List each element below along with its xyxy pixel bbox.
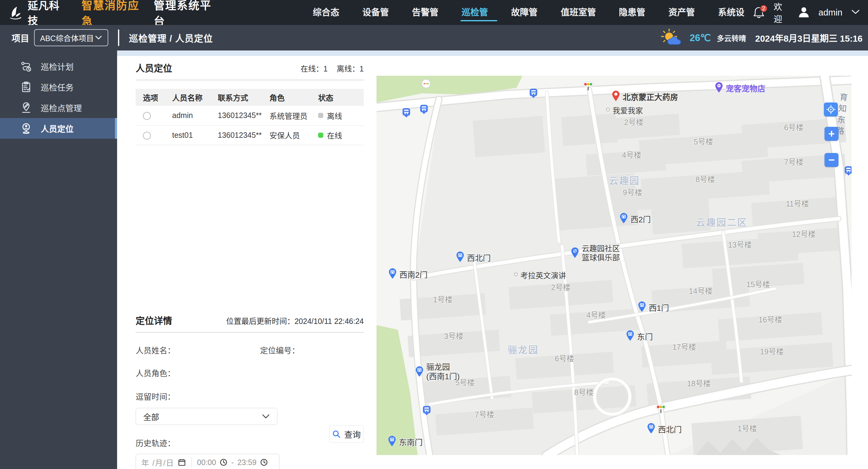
person-role-label: 人员角色： — [136, 367, 260, 378]
bus-marker[interactable] — [529, 89, 538, 100]
top-nav-item[interactable]: 设备管理 — [363, 0, 397, 25]
sidebar-item-1[interactable]: 巡检计划 — [0, 56, 117, 76]
map-label: 7号楼 — [784, 156, 804, 167]
map-label: 8号楼 — [695, 174, 715, 184]
bus-icon — [402, 108, 411, 119]
traffic-light-marker[interactable] — [582, 81, 594, 93]
project-select[interactable]: ABC综合体项目 — [34, 29, 108, 46]
top-nav-item[interactable]: 巡检管理 — [462, 0, 496, 25]
area-label-marker: 云趣园 — [609, 173, 640, 187]
notification-bell-icon[interactable]: 2 — [752, 6, 765, 19]
username[interactable]: admin — [818, 8, 842, 18]
gate-marker[interactable]: 西北门 — [456, 251, 491, 264]
map-label-multiline: 云趣园社区篮球俱乐部 — [582, 244, 620, 262]
user-menu-chevron-icon[interactable] — [851, 9, 860, 16]
sidebar-item-4[interactable]: 人员定位 — [0, 118, 117, 139]
map-label: 西南2门 — [399, 269, 427, 280]
sidebar-item-label: 人员定位 — [41, 123, 73, 134]
locator-code-label: 定位编号： — [260, 344, 300, 355]
locate-button[interactable] — [824, 102, 838, 117]
sidebar-item-3[interactable]: 巡检点管理 — [0, 97, 117, 118]
bus-icon — [529, 89, 538, 100]
time-end-value: 23:59 — [238, 458, 257, 467]
user-avatar-icon[interactable] — [798, 6, 810, 19]
top-nav-item[interactable]: 综合态势 — [313, 0, 347, 25]
poi-red-marker[interactable]: 北京蒙正大药房 — [611, 90, 678, 103]
map-label-line: 骊龙园 — [426, 363, 450, 372]
company-logo-icon — [8, 5, 23, 20]
top-nav-item[interactable]: 资产管理 — [669, 0, 703, 25]
building-label-marker: 5号楼 — [694, 136, 713, 147]
map-overlay: 云趣园云趣园二区骊龙园育知东路2号楼6号楼5号楼4号楼7号楼8号楼9号楼11号楼… — [376, 76, 851, 455]
map-label: 云趣园二区 — [696, 215, 748, 228]
row-radio-button[interactable] — [143, 112, 151, 120]
name-cell: test01 — [165, 125, 211, 145]
map-label-line: (西南1门) — [426, 372, 460, 381]
stay-time-select[interactable]: 全部 — [136, 408, 277, 425]
time-start-value: 00:00 — [197, 458, 216, 467]
time-range-separator: - — [231, 458, 234, 467]
bus-marker[interactable] — [845, 166, 852, 177]
bus-marker[interactable] — [420, 105, 428, 116]
gate-icon — [647, 423, 655, 435]
zoom-in-button[interactable]: + — [825, 127, 838, 141]
map-label: 考拉英文演讲 — [520, 270, 566, 280]
content-top-strip — [117, 51, 868, 56]
top-nav-item[interactable]: 系统设置 — [718, 0, 752, 25]
bus-marker[interactable] — [423, 406, 431, 417]
building-label-marker: 6号楼 — [784, 121, 804, 132]
clock-icon[interactable] — [220, 458, 227, 466]
weather-cluster: 26℃ 多云转晴 2024年8月3日星期三 15:16 — [660, 25, 863, 51]
user-cluster: 2 欢迎 admin — [752, 0, 860, 25]
history-datetime-input[interactable]: 年 /月/日 00:00 - 23:59 — [136, 454, 279, 469]
white-poi-marker[interactable] — [421, 79, 431, 90]
table-header-cell: 选项 — [136, 89, 165, 106]
zoom-out-button[interactable]: − — [825, 153, 838, 167]
map-panel[interactable]: 云趣园云趣园二区骊龙园育知东路2号楼6号楼5号楼4号楼7号楼8号楼9号楼11号楼… — [376, 76, 851, 455]
personnel-panel-title: 人员定位 — [136, 61, 172, 74]
locate-crosshair-icon — [826, 105, 835, 114]
table-header-cell: 联系方式 — [211, 89, 262, 106]
building-label-marker: 7号楼 — [784, 156, 804, 167]
bus-marker[interactable] — [402, 108, 411, 119]
sidebar-item-label: 巡检任务 — [41, 81, 73, 93]
status-badge: 在线 — [318, 130, 364, 140]
project-bar: 项目 ABC综合体项目 巡检管理 / 人员定位 26℃ 多云转晴 2024年8月… — [0, 25, 868, 51]
sidebar-item-2[interactable]: 巡检任务 — [0, 76, 117, 97]
phone-cell: 136012345** — [211, 106, 262, 125]
gate-marker[interactable]: 西北门 — [647, 423, 682, 435]
row-radio-button[interactable] — [143, 132, 151, 139]
building-label-marker: 3号楼 — [444, 330, 464, 341]
brand: 延凡科技 智慧消防应急 管理系统平台 — [8, 0, 222, 28]
gate-icon — [638, 301, 646, 314]
top-nav-item[interactable]: 值班室管理 — [561, 0, 604, 25]
sidebar-item-label: 巡检计划 — [41, 61, 73, 72]
gate-marker[interactable]: 西1门 — [638, 301, 669, 314]
top-nav-item[interactable]: 隐患管理 — [619, 0, 653, 25]
gate-marker[interactable]: 骊龙园(西南1门) — [415, 363, 460, 381]
weather-temp: 26℃ — [690, 32, 711, 43]
building-label-marker: 2号楼 — [551, 281, 570, 292]
gate-marker[interactable]: 西2门 — [619, 213, 651, 225]
gate-marker[interactable]: 西南2门 — [388, 268, 427, 280]
poi-club-marker[interactable]: 云趣园社区篮球俱乐部 — [570, 244, 620, 262]
top-nav-item[interactable]: 故障管理 — [511, 0, 546, 25]
person-location-icon — [20, 122, 32, 134]
building-label-marker: 17号楼 — [673, 341, 696, 352]
poi-purple-marker[interactable]: 宠客宠物店 — [714, 82, 765, 94]
poi-dot-marker: 考拉英文演讲 — [514, 270, 566, 280]
table-row: test01136012345**安保人员在线 — [136, 125, 364, 145]
gate-marker[interactable]: 东门 — [626, 330, 653, 342]
chevron-down-icon — [95, 35, 102, 40]
map-label: 北京蒙正大药房 — [623, 91, 678, 102]
gate-marker[interactable]: 东南门 — [388, 436, 423, 448]
calendar-icon[interactable] — [178, 458, 186, 466]
clock-icon[interactable] — [260, 458, 268, 466]
map-label: 9号楼 — [623, 186, 642, 197]
top-nav-item[interactable]: 告警管理 — [412, 0, 446, 25]
bus-icon — [420, 105, 428, 116]
traffic-light-icon — [582, 81, 594, 93]
query-button[interactable]: 查询 — [330, 425, 364, 443]
traffic-light-marker[interactable] — [655, 404, 667, 415]
radio-cell — [136, 125, 165, 145]
